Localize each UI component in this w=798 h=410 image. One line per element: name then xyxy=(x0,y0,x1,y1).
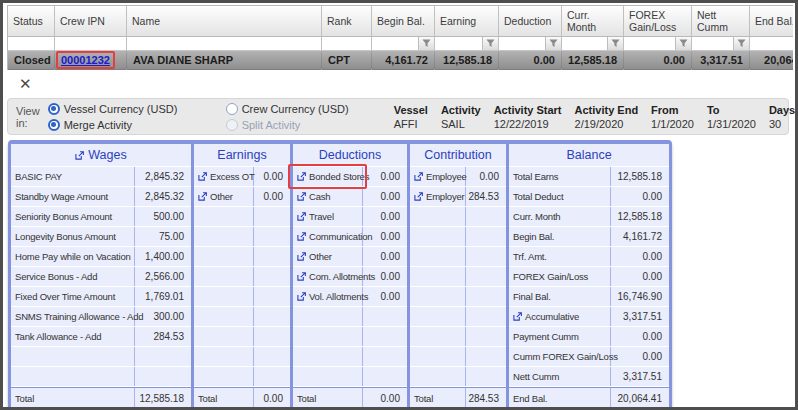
row-label-text: Curr. Month xyxy=(513,211,560,222)
radio-option-3[interactable]: Split Activity xyxy=(226,119,366,131)
open-link-icon[interactable] xyxy=(414,192,423,201)
field-activity-start: Activity Start12/22/2019 xyxy=(494,103,562,131)
row-cell-curr_month[interactable]: 12,585.18 xyxy=(562,51,624,70)
row-value xyxy=(466,207,504,226)
column-header-crew_ipn[interactable]: Crew IPN xyxy=(55,6,127,37)
row-label-text: Other xyxy=(210,191,233,202)
filter-funnel-icon[interactable] xyxy=(675,37,691,50)
radio-button-icon[interactable] xyxy=(226,103,238,115)
row-label-vol-allotments[interactable]: Vol. Allotments xyxy=(293,287,363,306)
column-header-curr_month[interactable]: Curr. Month xyxy=(562,6,624,37)
row-label-text: Longevity Bonus Amount xyxy=(15,231,116,242)
filter-funnel-icon[interactable] xyxy=(607,37,623,50)
row-cell-begin_bal[interactable]: 4,161.72 xyxy=(372,51,435,70)
radio-option-0[interactable]: Vessel Currency (USD) xyxy=(48,103,226,115)
column-header-name[interactable]: Name xyxy=(127,6,322,37)
filter-funnel-icon[interactable] xyxy=(545,37,561,50)
panel-row: Com. Allotments0.00 xyxy=(293,267,407,287)
radio-option-1[interactable]: Crew Currency (USD) xyxy=(226,103,366,115)
row-cell-crew_ipn[interactable]: 00001232 xyxy=(55,51,127,70)
row-value: 0.00 xyxy=(363,287,405,306)
open-link-icon[interactable] xyxy=(297,172,306,181)
row-label-other[interactable]: Other xyxy=(194,187,254,206)
filter-cell-name[interactable] xyxy=(127,37,322,51)
crew-ipn-link[interactable]: 00001232 xyxy=(61,54,110,66)
open-link-icon[interactable] xyxy=(297,192,306,201)
row-value: 300.00 xyxy=(135,307,189,326)
row-cell-rank[interactable]: CPT xyxy=(322,51,372,70)
panel-row: Cash0.00 xyxy=(293,187,407,207)
filter-cell-forex[interactable] xyxy=(624,37,692,51)
row-value: 0.00 xyxy=(254,187,288,206)
row-cell-earning[interactable]: 12,585.18 xyxy=(435,51,499,70)
column-header-end_bal[interactable]: End Bal. xyxy=(750,6,793,37)
panel-title-wages: Wages xyxy=(11,144,191,167)
open-link-icon[interactable] xyxy=(513,312,522,321)
row-label-employee[interactable]: Employee xyxy=(410,167,466,186)
row-label-accumulative[interactable]: Accumulative xyxy=(509,307,611,326)
filter-funnel-icon[interactable] xyxy=(418,37,434,50)
field-value: 1/31/2020 xyxy=(707,117,756,131)
row-label-travel[interactable]: Travel xyxy=(293,207,363,226)
filter-cell-rank[interactable] xyxy=(322,37,372,51)
column-header-deduction[interactable]: Deduction xyxy=(499,6,562,37)
row-label-excess-ot[interactable]: Excess OT xyxy=(194,167,254,186)
grid-data-row[interactable]: Closed00001232AVA DIANE SHARPCPT4,161.72… xyxy=(8,51,793,70)
row-cell-status[interactable]: Closed xyxy=(8,51,55,70)
row-label-basic-pay: BASIC PAY xyxy=(11,167,135,186)
filter-cell-deduction[interactable] xyxy=(499,37,562,51)
filter-funnel-icon[interactable] xyxy=(482,37,498,50)
row-cell-name[interactable]: AVA DIANE SHARP xyxy=(127,51,322,70)
radio-option-2[interactable]: Merge Activity xyxy=(48,119,226,131)
filter-cell-status[interactable] xyxy=(8,37,55,51)
filter-cell-earning[interactable] xyxy=(435,37,499,51)
total-label: Total xyxy=(410,388,466,408)
panel-row xyxy=(410,327,506,347)
column-header-earning[interactable]: Earning xyxy=(435,6,499,37)
radio-button-icon[interactable] xyxy=(48,103,60,115)
column-header-status[interactable]: Status xyxy=(8,6,55,37)
row-value: 0.00 xyxy=(611,247,667,266)
row-label-communication[interactable]: Communication xyxy=(293,227,363,246)
open-link-icon[interactable] xyxy=(297,272,306,281)
row-label-cash[interactable]: Cash xyxy=(293,187,363,206)
row-label-com-allotments[interactable]: Com. Allotments xyxy=(293,267,363,286)
open-link-icon[interactable] xyxy=(297,292,306,301)
row-cell-nett_cumm[interactable]: 3,317.51 xyxy=(692,51,750,70)
column-header-rank[interactable]: Rank xyxy=(322,6,372,37)
row-label-other[interactable]: Other xyxy=(293,247,363,266)
open-link-icon[interactable] xyxy=(414,172,423,181)
row-label-employer[interactable]: Employer xyxy=(410,187,466,206)
filter-funnel-icon[interactable] xyxy=(733,37,749,50)
row-cell-deduction[interactable]: 0.00 xyxy=(499,51,562,70)
filter-cell-crew_ipn[interactable] xyxy=(55,37,127,51)
open-link-icon[interactable] xyxy=(297,212,306,221)
radio-button-icon[interactable] xyxy=(48,119,60,131)
panel-row: Vol. Allotments0.00 xyxy=(293,287,407,307)
open-link-icon[interactable] xyxy=(198,172,207,181)
open-link-icon[interactable] xyxy=(198,192,207,201)
column-header-begin_bal[interactable]: Begin Bal. xyxy=(372,6,435,37)
filter-cell-curr_month[interactable] xyxy=(562,37,624,51)
row-label-longevity-bonus-amount: Longevity Bonus Amount xyxy=(11,227,135,246)
panel-title-text: Wages xyxy=(88,148,126,162)
open-link-icon[interactable] xyxy=(297,252,306,261)
column-header-nett_cumm[interactable]: Nett Cumm xyxy=(692,6,750,37)
row-cell-end_bal[interactable]: 20,064.41 xyxy=(750,51,793,70)
filter-cell-end_bal[interactable] xyxy=(750,37,793,51)
column-header-forex[interactable]: FOREX Gain/Loss xyxy=(624,6,692,37)
open-link-icon[interactable] xyxy=(75,151,84,160)
filter-cell-nett_cumm[interactable] xyxy=(692,37,750,51)
close-icon[interactable]: ✕ xyxy=(19,76,32,91)
row-cell-forex[interactable]: 0.00 xyxy=(624,51,692,70)
row-label-text: Home Pay while on Vacation xyxy=(15,251,131,262)
row-label-bonded-stores[interactable]: Bonded Stores xyxy=(293,167,363,186)
row-label-empty xyxy=(194,247,254,266)
radio-button-icon[interactable] xyxy=(226,119,238,131)
open-link-icon[interactable] xyxy=(297,232,306,241)
row-value xyxy=(466,247,504,266)
field-value: AFFI xyxy=(394,117,428,131)
panel-row: Excess OT0.00 xyxy=(194,167,290,187)
row-value xyxy=(466,227,504,246)
filter-cell-begin_bal[interactable] xyxy=(372,37,435,51)
